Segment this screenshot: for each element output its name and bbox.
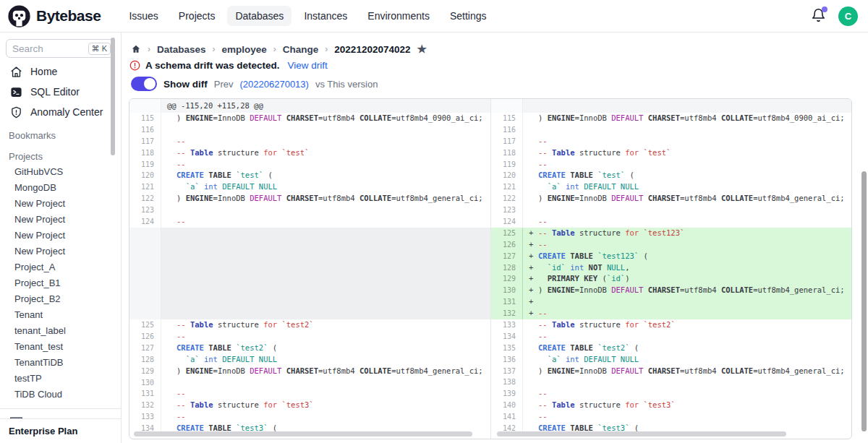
sidebar-scrollbar[interactable] <box>111 38 115 155</box>
project-item[interactable]: testTP <box>0 371 121 387</box>
breadcrumb-home-icon[interactable] <box>131 44 141 54</box>
breadcrumb-item[interactable]: Databases <box>157 44 206 55</box>
line-code: ) ENGINE=InnoDB DEFAULT CHARSET=utf8mb4 … <box>523 113 851 124</box>
added-line-marker: + <box>529 308 538 319</box>
sql-token: -- <box>538 309 548 317</box>
project-item[interactable]: New Project <box>0 228 121 244</box>
nav-item-issues[interactable]: Issues <box>121 6 166 26</box>
nav-item-projects[interactable]: Projects <box>171 6 224 26</box>
notifications-bell-icon[interactable] <box>811 8 827 24</box>
sql-token: for <box>625 148 639 157</box>
context-line-marker <box>529 216 538 228</box>
breadcrumb-item[interactable]: Change <box>283 44 319 55</box>
view-drift-link[interactable]: View drift <box>288 60 328 71</box>
context-line-marker <box>167 331 176 343</box>
diff-line-right-139: 139 -- <box>491 388 851 400</box>
show-diff-toggle[interactable] <box>131 77 157 91</box>
sql-token: -- <box>538 217 548 225</box>
sidebar-item-sql-editor[interactable]: SQL Editor <box>0 82 121 102</box>
sql-token: DEFAULT NULL <box>584 182 639 191</box>
project-item[interactable]: New Project <box>0 244 121 259</box>
diff-pane-current: 115 ) ENGINE=InnoDB DEFAULT CHARSET=utf8… <box>490 99 851 439</box>
sql-token: NOT <box>589 263 603 272</box>
sidebar-item-anomaly-center[interactable]: Anomaly Center <box>0 102 121 122</box>
sql-token: structure <box>575 320 626 329</box>
sidebar-item-home[interactable]: Home <box>0 61 121 82</box>
project-item[interactable]: tenant_label <box>0 323 121 339</box>
search-placeholder: Search <box>12 43 43 54</box>
added-line-marker: + <box>529 273 538 285</box>
bytebase-logo[interactable]: Bytebase <box>0 4 108 28</box>
project-item[interactable]: New Project <box>0 212 121 228</box>
project-item[interactable]: MongoDB <box>0 180 121 196</box>
context-line-marker <box>529 147 538 159</box>
sql-token: `id` <box>607 274 625 283</box>
nav-item-instances[interactable]: Instances <box>296 6 355 26</box>
line-number: 138 <box>491 377 523 388</box>
context-line-marker <box>167 113 176 124</box>
sql-token: -- <box>538 332 548 340</box>
line-number: 127 <box>129 343 161 354</box>
sql-token: DEFAULT NULL <box>222 182 277 191</box>
line-code <box>161 205 490 216</box>
breadcrumb-item[interactable]: employee <box>222 44 267 55</box>
project-item[interactable]: TiDB Cloud <box>0 387 121 403</box>
right-horizontal-scrollbar[interactable] <box>497 431 786 436</box>
context-line-marker <box>167 124 176 136</box>
line-code: -- <box>161 216 490 228</box>
search-input[interactable]: Search ⌘ K <box>6 39 115 58</box>
line-code: CREATE TABLE `test2` ( <box>161 343 490 354</box>
diff-gutter <box>129 228 161 319</box>
project-item[interactable]: New Project <box>0 196 121 212</box>
line-number: 132 <box>129 400 161 411</box>
bookmark-star-icon[interactable]: ★ <box>417 43 426 56</box>
diff-pane-previous: @@ -115,20 +115,28 @@115 ) ENGINE=InnoDB… <box>129 99 490 439</box>
added-line-marker: + <box>529 262 538 274</box>
home-icon <box>10 66 22 78</box>
sql-token: ( <box>263 171 273 179</box>
project-item[interactable]: Tenant <box>0 307 121 323</box>
line-code: +-- <box>523 308 851 319</box>
project-item[interactable]: TenantTiDB <box>0 355 121 371</box>
sidebar-divider <box>0 408 121 409</box>
project-item[interactable]: Project_B1 <box>0 275 121 291</box>
prev-version-link[interactable]: (202206270013) <box>239 79 308 90</box>
project-item[interactable]: Tenant_test <box>0 339 121 355</box>
left-horizontal-scrollbar[interactable] <box>134 431 472 436</box>
sql-token: COLLATE <box>721 194 753 202</box>
sql-token: PRIMARY KEY <box>548 274 598 283</box>
prev-label: Prev <box>214 79 234 90</box>
line-number: 133 <box>129 411 161 423</box>
drift-message: A schema drift was detected. <box>145 60 280 71</box>
nav-item-databases[interactable]: Databases <box>227 6 292 26</box>
diff-line-right-129: 129+ PRIMARY KEY (`id`) <box>491 273 851 285</box>
nav-item-settings[interactable]: Settings <box>442 6 495 26</box>
project-item[interactable]: Project_B2 <box>0 291 121 307</box>
sql-token: =utf8mb4 <box>680 194 721 202</box>
sql-token: COLLATE <box>721 113 753 122</box>
diff-line-left-132: 132 -- Table structure for `test3` <box>129 400 490 411</box>
sql-token: -- <box>176 332 186 340</box>
sql-token: ) <box>176 113 186 122</box>
line-number: 115 <box>491 113 523 124</box>
user-avatar[interactable]: C <box>838 7 858 26</box>
sql-token: -- <box>538 228 552 237</box>
sql-token: , <box>625 263 629 272</box>
line-number: 123 <box>129 205 161 216</box>
window-scrollbar[interactable] <box>861 171 867 431</box>
diff-hunk-header-left: @@ -115,20 +115,28 @@ <box>129 99 490 113</box>
sql-token: ) <box>538 285 548 294</box>
nav-item-environments[interactable]: Environments <box>359 6 438 26</box>
diff-line-right-127: 127+CREATE TABLE `test123` ( <box>491 251 851 262</box>
sql-token: ENGINE <box>548 113 575 122</box>
diff-line-right-120: 120 CREATE TABLE `test` ( <box>491 170 851 181</box>
sql-token: -- <box>176 320 190 329</box>
line-code <box>523 377 851 388</box>
project-item[interactable]: Project_A <box>0 259 121 275</box>
project-item[interactable]: GitHubVCS <box>0 164 121 180</box>
search-shortcut-badge: ⌘ K <box>88 43 111 55</box>
context-line-marker <box>167 216 176 228</box>
sql-token: CREATE <box>538 343 566 352</box>
sql-token: `test2` <box>643 320 675 329</box>
context-line-marker <box>167 319 176 331</box>
